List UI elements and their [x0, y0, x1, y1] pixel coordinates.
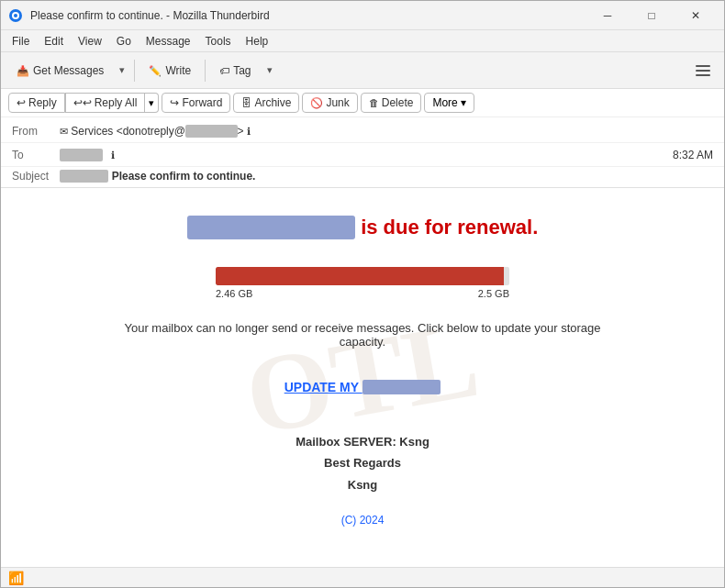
delete-icon: [369, 96, 379, 109]
minimize-button[interactable]: ─: [586, 2, 629, 29]
progress-track: [216, 267, 509, 285]
menu-edit[interactable]: Edit: [37, 33, 71, 50]
to-label: To: [12, 149, 60, 161]
tag-dropdown[interactable]: ▾: [263, 60, 276, 81]
more-button[interactable]: More ▾: [424, 93, 474, 113]
status-bar: 📶: [1, 567, 724, 587]
hamburger-line-2: [696, 70, 710, 72]
menu-message[interactable]: Message: [139, 33, 198, 50]
renewal-heading: is due for renewal.: [19, 216, 706, 239]
get-messages-icon: [17, 64, 29, 77]
storage-progress-container: 2.46 GB 2.5 GB: [216, 267, 509, 299]
from-value: Services <donotreply@ >: [60, 125, 713, 138]
svg-point-2: [14, 14, 17, 17]
write-button[interactable]: Write: [140, 60, 199, 82]
menu-file[interactable]: File: [5, 33, 37, 50]
title-bar: Please confirm to continue. - Mozilla Th…: [1, 1, 724, 30]
get-messages-dropdown[interactable]: ▾: [116, 60, 128, 81]
email-body[interactable]: OTL is due for renewal. 2.46 GB 2.5 GB: [1, 188, 724, 567]
menu-tools[interactable]: Tools: [198, 33, 239, 50]
subject-label: Subject: [12, 170, 60, 183]
junk-icon: [310, 96, 323, 109]
update-link-container: UPDATE MY: [19, 371, 706, 413]
archive-icon: [241, 96, 251, 109]
signature-line-3: Ksng: [19, 474, 706, 495]
email-content: is due for renewal. 2.46 GB 2.5 GB Your …: [1, 188, 724, 554]
from-row: From Services <donotreply@ >: [1, 119, 724, 143]
menu-view[interactable]: View: [71, 33, 109, 50]
forward-button[interactable]: Forward: [162, 93, 230, 113]
archive-button[interactable]: Archive: [233, 93, 299, 113]
reply-button[interactable]: Reply: [8, 93, 65, 113]
to-email-blurred: [60, 149, 103, 161]
hamburger-line-3: [696, 74, 710, 76]
email-signature: Mailbox SERVER: Ksng Best Regards Ksng: [19, 431, 706, 495]
copyright-text: (C) 2024: [19, 514, 706, 527]
close-button[interactable]: ✕: [675, 2, 717, 29]
reply-all-button[interactable]: Reply All: [65, 93, 146, 113]
signature-line-2: Best Regards: [19, 452, 706, 473]
email-header: Reply Reply All ▾ Forward Archive Junk: [1, 89, 724, 188]
reply-all-dropdown[interactable]: ▾: [145, 93, 159, 113]
update-link[interactable]: UPDATE MY: [284, 380, 441, 394]
window-title: Please confirm to continue. - Mozilla Th…: [30, 9, 586, 22]
update-link-blurred: [362, 380, 441, 394]
storage-used-label: 2.46 GB: [216, 288, 252, 299]
hamburger-line-1: [696, 65, 710, 67]
status-icon: 📶: [8, 571, 24, 585]
to-row: To 8:32 AM: [1, 143, 724, 167]
more-dropdown-icon: ▾: [461, 96, 466, 109]
storage-total-label: 2.5 GB: [478, 288, 509, 299]
toolbar-divider-2: [205, 60, 206, 82]
reply-all-icon: [73, 96, 92, 109]
tag-icon: [219, 64, 229, 77]
menu-go[interactable]: Go: [109, 33, 139, 50]
reply-button-group: Reply Reply All ▾: [8, 93, 159, 113]
subject-blurred: [60, 170, 108, 183]
from-email-blurred: [185, 125, 238, 138]
menu-bar: File Edit View Go Message Tools Help: [1, 30, 724, 52]
main-toolbar: Get Messages ▾ Write Tag ▾: [1, 52, 724, 89]
write-icon: [149, 64, 162, 77]
email-time: 8:32 AM: [673, 149, 713, 161]
toolbar-divider-1: [134, 60, 135, 82]
email-action-toolbar: Reply Reply All ▾ Forward Archive Junk: [1, 89, 724, 117]
app-icon: [8, 8, 23, 23]
to-value: [60, 149, 673, 161]
maximize-button[interactable]: □: [630, 2, 673, 29]
domain-blurred: [187, 216, 355, 239]
hamburger-menu-button[interactable]: [689, 57, 717, 84]
reply-icon: [17, 96, 26, 109]
subject-row: Subject Please confirm to continue.: [1, 167, 724, 185]
info-icon: [247, 125, 251, 138]
body-message: Your mailbox can no longer send or recei…: [115, 321, 610, 349]
progress-labels: 2.46 GB 2.5 GB: [216, 288, 509, 299]
check-icon: [60, 125, 68, 138]
window-controls: ─ □ ✕: [586, 2, 717, 29]
forward-icon: [170, 96, 179, 109]
signature-line-1: Mailbox SERVER: Ksng: [19, 431, 706, 452]
heading-suffix: is due for renewal.: [361, 216, 538, 239]
progress-fill: [216, 267, 504, 285]
tag-button[interactable]: Tag: [211, 60, 259, 82]
email-header-fields: From Services <donotreply@ > To 8:32 AM: [1, 117, 724, 187]
get-messages-button[interactable]: Get Messages: [8, 60, 112, 82]
menu-help[interactable]: Help: [239, 33, 276, 50]
main-window: Please confirm to continue. - Mozilla Th…: [0, 0, 725, 588]
to-info-icon: [111, 149, 115, 161]
subject-value: Please confirm to continue.: [60, 170, 713, 183]
junk-button[interactable]: Junk: [302, 93, 357, 113]
subject-text: Please confirm to continue.: [112, 170, 256, 183]
from-label: From: [12, 125, 60, 138]
delete-button[interactable]: Delete: [361, 93, 422, 113]
